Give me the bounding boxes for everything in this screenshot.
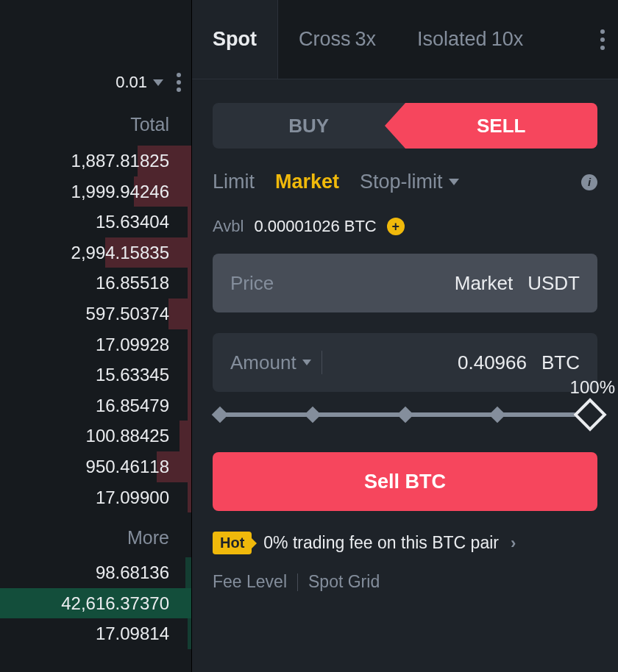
orderbook-ask-row[interactable]: 16.85518 — [0, 268, 191, 299]
price-label: Price — [230, 272, 274, 295]
orderbook-ask-row[interactable]: 15.63404 — [0, 207, 191, 237]
amount-field[interactable]: Amount BTC — [213, 333, 597, 392]
orderbook-ask-row[interactable]: 597.50374 — [0, 299, 191, 329]
avbl-label: Avbl — [213, 217, 244, 236]
orderbook-ask-row[interactable]: 1,887.81825 — [0, 146, 191, 176]
orderbook-menu-icon[interactable] — [174, 70, 184, 95]
slider-tick-75[interactable] — [489, 407, 506, 423]
sell-submit-button[interactable]: Sell BTC — [213, 452, 597, 511]
tab-cross-mult: 3x — [355, 28, 377, 51]
order-type-stop-limit[interactable]: Stop-limit — [360, 171, 459, 193]
sell-label: SELL — [477, 115, 525, 137]
orderbook-ask-row[interactable]: 16.85479 — [0, 390, 191, 421]
price-unit: USDT — [528, 272, 580, 295]
tab-isolated[interactable]: Isolated 10x — [397, 0, 544, 79]
margin-tabs: Spot Cross 3x Isolated 10x — [192, 0, 618, 79]
trade-panel: Spot Cross 3x Isolated 10x BUY SELL — [191, 0, 618, 672]
chevron-right-icon: › — [511, 534, 516, 553]
tabs-more-icon[interactable] — [600, 29, 605, 50]
amount-input[interactable] — [322, 351, 527, 374]
buy-side-button[interactable]: BUY — [213, 103, 405, 149]
sell-side-button[interactable]: SELL — [405, 103, 598, 149]
caret-down-icon — [449, 179, 459, 185]
slider-tick-25[interactable] — [304, 407, 321, 423]
amount-label[interactable]: Amount — [230, 351, 311, 374]
spot-grid-link[interactable]: Spot Grid — [308, 572, 380, 592]
buy-sell-toggle: BUY SELL — [213, 103, 597, 149]
tab-isolated-mult: 10x — [491, 28, 524, 51]
orderbook-bid-row[interactable]: 42,616.37370 — [0, 588, 191, 619]
tab-isolated-label: Isolated — [417, 28, 487, 51]
orderbook-bid-row[interactable]: 98.68136 — [0, 557, 191, 588]
caret-down-icon — [302, 360, 311, 365]
price-value: Market — [274, 272, 513, 295]
caret-down-icon — [153, 79, 163, 86]
fee-level-link[interactable]: Fee Level — [213, 572, 287, 592]
order-type-limit[interactable]: Limit — [213, 171, 255, 193]
orderbook-ask-row[interactable]: 2,994.15835 — [0, 237, 191, 268]
orderbook-ask-row[interactable]: 100.88425 — [0, 421, 191, 451]
orderbook-asks: 1,887.818251,999.9424615.634042,994.1583… — [0, 146, 191, 512]
orderbook-total-header: Total — [0, 114, 191, 135]
slider-tick-0[interactable] — [212, 407, 229, 423]
tab-spot[interactable]: Spot — [192, 0, 278, 79]
add-funds-icon[interactable]: + — [387, 218, 405, 235]
amount-unit: BTC — [541, 351, 580, 374]
orderbook-bid-row[interactable]: 17.09814 — [0, 618, 191, 649]
promo-banner[interactable]: Hot 0% trading fee on this BTC pair › — [213, 532, 597, 554]
avbl-value: 0.00001026 BTC — [254, 217, 376, 236]
tab-spot-label: Spot — [213, 28, 257, 51]
orderbook-panel: 0.01 Total 1,887.818251,999.9424615.6340… — [0, 0, 191, 672]
orderbook-ask-row[interactable]: 950.46118 — [0, 451, 191, 482]
available-balance: Avbl 0.00001026 BTC + — [213, 217, 597, 236]
orderbook-step-selector[interactable]: 0.01 — [116, 73, 163, 92]
tab-cross[interactable]: Cross 3x — [278, 0, 397, 79]
orderbook-more-link[interactable]: More — [0, 512, 191, 557]
orderbook-ask-row[interactable]: 1,999.94246 — [0, 176, 191, 207]
orderbook-ask-row[interactable]: 15.63345 — [0, 360, 191, 390]
promo-text: 0% trading fee on this BTC pair — [263, 533, 499, 553]
tab-cross-label: Cross — [299, 28, 351, 51]
slider-handle[interactable] — [573, 398, 606, 431]
orderbook-ask-row[interactable]: 17.09900 — [0, 482, 191, 513]
slider-tick-50[interactable] — [397, 407, 413, 423]
orderbook-step-value: 0.01 — [116, 73, 147, 92]
order-type-tabs: Limit Market Stop-limit i — [213, 171, 597, 193]
hot-badge: Hot — [213, 532, 252, 554]
percent-slider[interactable]: 100% — [213, 412, 597, 417]
price-field: Price Market USDT — [213, 254, 597, 312]
order-type-market[interactable]: Market — [275, 171, 339, 193]
info-icon[interactable]: i — [581, 174, 597, 190]
orderbook-bids: 98.6813642,616.3737017.09814 — [0, 557, 191, 649]
orderbook-ask-row[interactable]: 17.09928 — [0, 329, 191, 360]
buy-label: BUY — [288, 115, 329, 137]
divider — [297, 573, 298, 591]
footer-links: Fee Level Spot Grid — [213, 572, 597, 592]
slider-percent-label: 100% — [570, 377, 615, 398]
